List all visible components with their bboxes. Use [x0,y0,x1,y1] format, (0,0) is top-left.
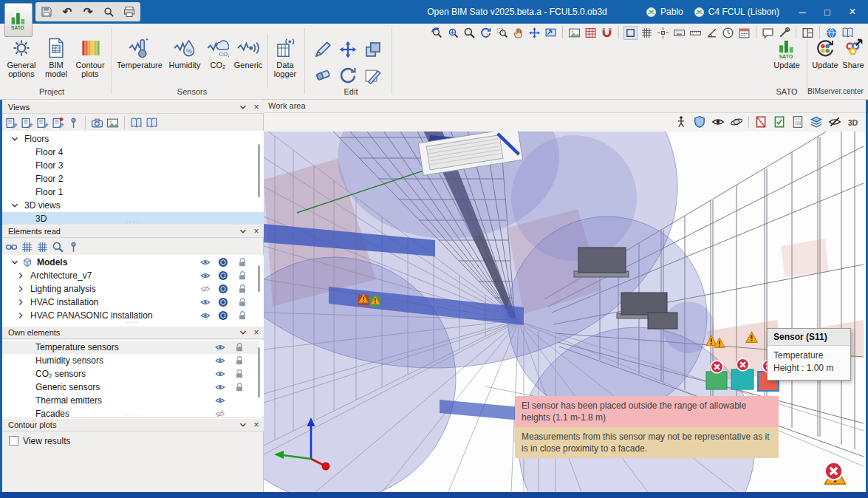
elements-scrollbar[interactable] [258,265,260,292]
lock-icon[interactable] [234,382,245,392]
minimize-button[interactable]: ─ [790,0,815,24]
green-clip-icon[interactable] [773,115,786,129]
chevron-down-icon[interactable] [10,134,20,144]
bim-model-button[interactable]: BIM model [41,37,71,78]
duplicate-view-icon[interactable] [36,117,49,129]
maximize-button[interactable]: □ [815,0,840,24]
tree-row-models[interactable]: Models [2,256,259,269]
collapse-panel-icon[interactable] [237,327,249,338]
image-export-icon[interactable] [567,26,581,40]
chevron-down-icon[interactable] [10,257,20,267]
lock-icon[interactable] [234,342,245,352]
close-panel-icon[interactable]: × [249,420,264,430]
help-book-icon[interactable] [841,26,855,40]
co2-sensor-button[interactable]: CO₂ [205,37,230,69]
visibility-eye-icon[interactable] [200,310,211,321]
visibility-eye-icon[interactable] [200,297,211,307]
new-view-icon[interactable] [21,117,33,129]
contour-plots-button[interactable]: Contour plots [72,37,108,78]
zoom-all-icon[interactable] [446,26,460,40]
link-grid-alt-icon[interactable] [36,241,49,253]
dimensions-icon[interactable] [688,26,703,40]
collapse-panel-icon[interactable] [237,102,249,112]
keyboard-input-icon[interactable] [672,26,686,40]
lock-icon[interactable] [234,369,245,379]
open-drawing-icon[interactable] [130,117,143,129]
temperature-sensor-button[interactable]: Temperature [115,37,164,69]
selection-rect-icon[interactable] [623,26,638,40]
link-models-icon[interactable] [5,241,18,253]
tree-row-hvac[interactable]: HVAC installation [2,296,259,309]
visibility-eye-icon[interactable] [200,270,211,281]
tree-item-floor-3[interactable]: Floor 3 [2,159,259,172]
redraw-icon[interactable] [479,26,493,40]
calculator-icon[interactable] [791,115,804,129]
zoom-previous-icon[interactable] [462,26,476,40]
bimserver-share-button[interactable]: Share [841,37,866,69]
visibility-off-eye-icon[interactable] [200,284,211,294]
lock-icon[interactable] [237,310,247,321]
app-menu-button[interactable] [4,3,33,37]
data-logger-button[interactable]: Data logger [270,37,300,78]
resize-grip[interactable]: ···· [2,413,264,417]
zoom-window-icon[interactable] [495,26,509,40]
tree-row-lighting[interactable]: Lighting analysis [2,282,259,296]
chevron-right-icon[interactable] [16,284,26,294]
visibility-eye-icon[interactable] [200,257,211,267]
list-row-generic-sensors[interactable]: Generic sensors [2,381,259,394]
close-panel-icon[interactable]: × [249,226,264,236]
time-settings-icon[interactable] [721,26,735,40]
link-grid-icon[interactable] [21,241,33,253]
visibility-eye-icon[interactable] [711,115,725,129]
edit-pencil-icon[interactable] [313,40,332,59]
generic-sensor-button[interactable]: Generic [232,37,264,69]
update-badge-icon[interactable] [218,297,228,307]
copy-icon[interactable] [363,40,383,59]
redo-icon[interactable]: ↷ [81,5,95,18]
tree-item-floor-1[interactable]: Floor 1 [2,185,259,199]
3d-viewport[interactable]: Sensor (S11) Temperature Height : 1.00 m… [264,113,866,492]
layers-icon[interactable] [810,115,823,129]
match-properties-icon[interactable] [363,65,383,84]
3d-label-icon[interactable] [847,115,860,129]
hide-elements-icon[interactable] [828,115,841,129]
view-results-checkbox[interactable] [9,436,18,446]
resize-grip[interactable]: ···· [2,321,264,325]
snap-magnet-icon[interactable] [600,26,614,40]
lock-icon[interactable] [237,257,247,267]
print-icon[interactable] [123,5,136,18]
bimserver-update-button[interactable]: Update [810,37,841,69]
erase-icon[interactable] [313,65,332,84]
tree-row-architecture[interactable]: Architecture_v7 [2,269,259,282]
update-badge-icon[interactable] [218,284,228,294]
list-row-thermal-emitters[interactable]: Thermal emitters [2,394,259,407]
settings-wrench-icon[interactable] [777,26,791,40]
views-scrollbar[interactable] [258,144,260,197]
edit-view-icon[interactable] [5,117,18,129]
lock-icon[interactable] [237,270,247,281]
orbit-move-icon[interactable] [527,26,541,40]
lock-icon[interactable] [237,284,247,294]
comment-tool-icon[interactable] [761,26,775,40]
person-view-icon[interactable] [674,115,688,129]
tree-item-floor-4[interactable]: Floor 4 [2,146,259,159]
visibility-eye-icon[interactable] [215,342,225,352]
capture-view-icon[interactable] [544,26,558,40]
visibility-eye-icon[interactable] [215,355,225,366]
project-badge[interactable]: C4 FCUL (Lisbon) [694,7,779,18]
shield-icon[interactable] [693,115,706,129]
camera-icon[interactable] [91,117,103,129]
list-row-co2-sensors[interactable]: CO₂ sensors [2,367,259,381]
orbit-icon[interactable] [730,115,743,129]
search-model-icon[interactable] [52,241,64,253]
visibility-eye-icon[interactable] [215,382,225,392]
update-badge-icon[interactable] [218,310,228,321]
collapse-panel-icon[interactable] [237,226,249,236]
search-icon[interactable] [102,5,115,18]
texture-toggle-icon[interactable] [584,26,598,40]
move-icon[interactable] [338,40,358,59]
calendar-settings-icon[interactable] [737,26,751,40]
list-row-temperature-sensors[interactable]: Temperature sensors [2,341,259,354]
user-badge[interactable]: Pablo [646,7,683,18]
humidity-sensor-button[interactable]: Humidity [165,37,204,69]
